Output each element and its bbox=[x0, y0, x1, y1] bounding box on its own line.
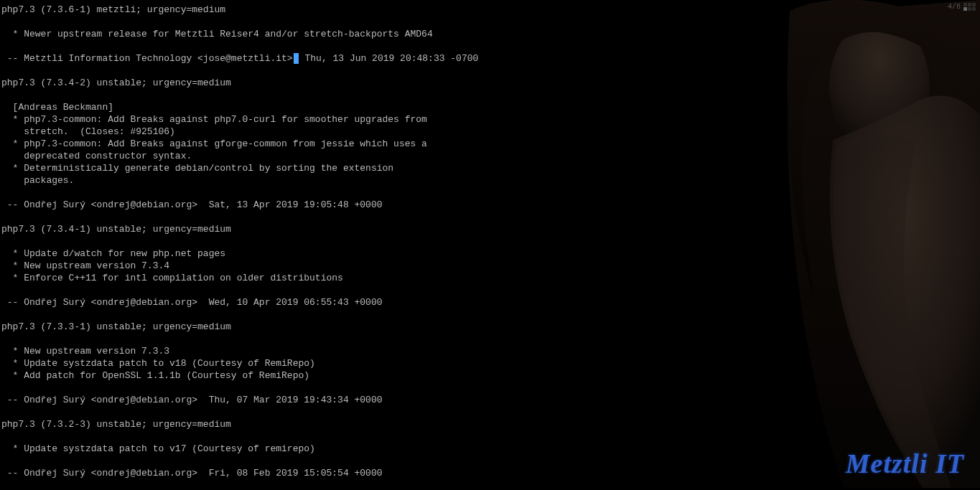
terminal-line bbox=[1, 90, 980, 102]
terminal-line bbox=[1, 236, 980, 248]
terminal-line: * New upstream version 7.3.3 bbox=[1, 346, 980, 358]
terminal-line bbox=[1, 334, 980, 346]
terminal-line: php7.3 (7.3.2-3) unstable; urgency=mediu… bbox=[1, 419, 980, 431]
terminal-line bbox=[1, 285, 980, 297]
terminal-line: * php7.3-common: Add Breaks against gfor… bbox=[1, 138, 980, 151]
terminal-line: php7.3 (7.3.6-1) metztli; urgency=medium bbox=[1, 4, 980, 17]
terminal-line: * Deterministically generate debian/cont… bbox=[1, 163, 980, 175]
terminal-line bbox=[1, 212, 980, 224]
terminal-line: * New upstream version 7.3.4 bbox=[1, 260, 980, 273]
terminal-line: * Update systzdata patch to v18 (Courtes… bbox=[1, 358, 980, 370]
terminal-line: packages. bbox=[1, 175, 980, 187]
terminal-line bbox=[1, 431, 980, 443]
terminal-line: -- Ondřej Surý <ondrej@debian.org> Fri, … bbox=[1, 468, 980, 480]
terminal-line bbox=[1, 382, 980, 395]
terminal-line: stretch. (Closes: #925106) bbox=[1, 126, 980, 138]
terminal-line bbox=[1, 17, 980, 29]
terminal-line: * Add patch for OpenSSL 1.1.1b (Courtesy… bbox=[1, 370, 980, 382]
terminal-line: php7.3 (7.3.4-1) unstable; urgency=mediu… bbox=[1, 224, 980, 236]
terminal-line bbox=[1, 41, 980, 53]
terminal-line bbox=[1, 309, 980, 321]
terminal-line: * Enforce C++11 for intl compilation on … bbox=[1, 273, 980, 285]
terminal-line: php7.3 (7.3.4-2) unstable; urgency=mediu… bbox=[1, 77, 980, 90]
terminal-line: -- Ondřej Surý <ondrej@debian.org> Wed, … bbox=[1, 297, 980, 309]
terminal-line: -- Ondřej Surý <ondrej@debian.org> Sat, … bbox=[1, 199, 980, 212]
text-cursor bbox=[294, 53, 299, 64]
terminal-line bbox=[1, 407, 980, 419]
terminal-line bbox=[1, 456, 980, 468]
terminal-line: * Update systzdata patch to v17 (Courtes… bbox=[1, 443, 980, 456]
terminal-line: * php7.3-common: Add Breaks against php7… bbox=[1, 114, 980, 126]
terminal-line bbox=[1, 187, 980, 199]
terminal-line: -- Metztli Information Technology <jose@… bbox=[1, 53, 980, 65]
terminal-line bbox=[1, 65, 980, 77]
terminal-line: * Update d/watch for new php.net pages bbox=[1, 248, 980, 260]
terminal-line: * Newer upstream release for Metztli Rei… bbox=[1, 29, 980, 41]
terminal-line: deprecated constructor syntax. bbox=[1, 151, 980, 163]
terminal-line: -- Ondřej Surý <ondrej@debian.org> Thu, … bbox=[1, 395, 980, 407]
terminal-output[interactable]: php7.3 (7.3.6-1) metztli; urgency=medium… bbox=[1, 4, 980, 480]
terminal-line: php7.3 (7.3.3-1) unstable; urgency=mediu… bbox=[1, 321, 980, 334]
terminal-line: [Andreas Beckmann] bbox=[1, 102, 980, 114]
